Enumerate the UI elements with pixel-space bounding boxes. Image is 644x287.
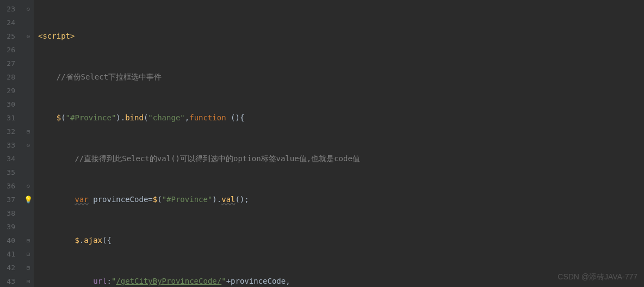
fold-marker[interactable]: ⊖ xyxy=(23,29,34,43)
fold-marker xyxy=(23,97,34,111)
fold-marker[interactable]: ⊖ xyxy=(23,179,34,193)
code-line: $.ajax({ xyxy=(38,234,644,247)
intention-bulb-icon[interactable]: 💡 xyxy=(24,193,33,206)
line-number: 34 xyxy=(0,152,15,166)
fold-marker xyxy=(23,206,34,220)
code-line: var provinceCode=$("#Province").val(); xyxy=(38,193,644,206)
code-editor: 2324252627282930313233343536373839404142… xyxy=(0,0,644,287)
line-number: 32 xyxy=(0,125,15,138)
fold-marker xyxy=(23,43,34,57)
code-area[interactable]: <script> //省份Select下拉框选中事件 $("#Province"… xyxy=(34,0,644,287)
line-number: 31 xyxy=(0,111,15,125)
fold-marker xyxy=(23,111,34,125)
fold-marker xyxy=(23,70,34,84)
line-number: 37 xyxy=(0,193,15,206)
line-number: 43 xyxy=(0,274,15,287)
line-number: 30 xyxy=(0,97,15,111)
line-number: 40 xyxy=(0,234,15,247)
line-number: 38 xyxy=(0,206,15,220)
fold-marker[interactable]: ⊟ xyxy=(23,234,34,247)
fold-column[interactable]: 💡 ⊖⊖⊟⊖⊖⊖⊟⊟⊟⊟ xyxy=(23,0,34,287)
line-number: 33 xyxy=(0,138,15,152)
line-number: 25 xyxy=(0,29,15,43)
code-line: <script> xyxy=(38,29,644,43)
code-line: //直接得到此Select的val()可以得到选中的option标签value值… xyxy=(38,152,644,166)
fold-marker xyxy=(23,84,34,97)
fold-marker xyxy=(23,166,34,179)
code-line: url:"/getCityByProvinceCode/"+provinceCo… xyxy=(38,274,644,287)
line-number: 39 xyxy=(0,220,15,234)
watermark-text: CSDN @添砖JAVA-777 xyxy=(558,270,637,284)
fold-marker xyxy=(23,220,34,234)
line-number: 26 xyxy=(0,43,15,57)
fold-marker xyxy=(23,57,34,70)
line-number: 28 xyxy=(0,70,15,84)
line-number: 35 xyxy=(0,166,15,179)
code-line: $("#Province").bind("change",function ()… xyxy=(38,111,644,125)
fold-marker[interactable]: ⊟ xyxy=(23,274,34,287)
line-number-gutter: 2324252627282930313233343536373839404142… xyxy=(0,0,23,287)
fold-marker[interactable]: ⊟ xyxy=(23,261,34,274)
code-line: //省份Select下拉框选中事件 xyxy=(38,70,644,84)
line-number: 24 xyxy=(0,16,15,29)
line-number: 23 xyxy=(0,2,15,16)
line-number: 27 xyxy=(0,57,15,70)
line-number: 36 xyxy=(0,179,15,193)
fold-marker xyxy=(23,152,34,166)
fold-marker[interactable]: ⊖ xyxy=(23,2,34,16)
fold-marker[interactable]: ⊖ xyxy=(23,138,34,152)
fold-marker xyxy=(23,16,34,29)
line-number: 42 xyxy=(0,261,15,274)
fold-marker[interactable]: ⊟ xyxy=(23,247,34,261)
line-number: 29 xyxy=(0,84,15,97)
fold-marker[interactable]: ⊟ xyxy=(23,125,34,138)
line-number: 41 xyxy=(0,247,15,261)
